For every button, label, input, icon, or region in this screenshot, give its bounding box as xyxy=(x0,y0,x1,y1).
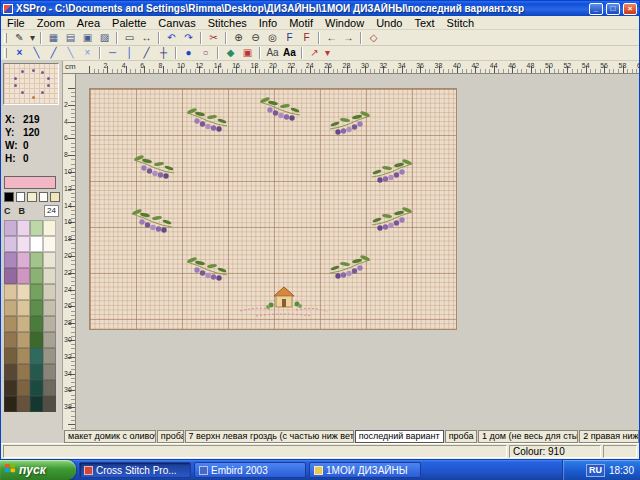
palette-color[interactable] xyxy=(4,236,17,252)
pattern-tab[interactable]: проба xyxy=(157,430,184,443)
palette-color[interactable] xyxy=(43,268,56,284)
palette-color[interactable] xyxy=(43,252,56,268)
palette-color[interactable] xyxy=(17,252,30,268)
full-stitch-button[interactable]: × xyxy=(11,46,28,60)
taskbar-task[interactable]: Embird 2003 xyxy=(194,462,306,478)
view-symbols-button[interactable]: ▤ xyxy=(62,31,79,45)
view-blocks-button[interactable]: ▣ xyxy=(79,31,96,45)
motif-olive[interactable] xyxy=(185,255,229,283)
backstitch-vertical-button[interactable]: │ xyxy=(121,46,138,60)
palette-color[interactable] xyxy=(17,396,30,412)
quick-swatch[interactable] xyxy=(50,192,60,202)
motif-olive[interactable] xyxy=(328,253,372,281)
palette-color[interactable] xyxy=(43,300,56,316)
motif-house[interactable] xyxy=(236,284,332,320)
motif-arrow-button[interactable]: ↗ xyxy=(306,46,323,60)
palette-color[interactable] xyxy=(4,300,17,316)
palette-color[interactable] xyxy=(17,284,30,300)
title-bar[interactable]: XSPro - C:\Documents and Settings\Rimma\… xyxy=(1,1,639,16)
palette-color[interactable] xyxy=(30,348,43,364)
palette-color[interactable] xyxy=(30,268,43,284)
undo-button[interactable]: ↶ xyxy=(163,31,180,45)
quick-swatch[interactable] xyxy=(27,192,37,202)
motif-olive[interactable] xyxy=(328,109,372,137)
palette-color[interactable] xyxy=(4,220,17,236)
motif-olive[interactable] xyxy=(370,157,414,185)
palette-color[interactable] xyxy=(4,332,17,348)
fit-pattern-button[interactable]: F xyxy=(281,31,298,45)
palette-color[interactable] xyxy=(30,284,43,300)
motif-olive[interactable] xyxy=(132,153,176,181)
pattern-tab[interactable]: проба 2 xyxy=(445,430,477,443)
palette-color[interactable] xyxy=(17,300,30,316)
palette-color[interactable] xyxy=(43,284,56,300)
menu-undo[interactable]: Undo xyxy=(370,17,408,29)
draw-tool-button[interactable]: ✎ xyxy=(11,31,28,45)
move-area-button[interactable]: ↔ xyxy=(138,31,155,45)
palette-color[interactable] xyxy=(4,348,17,364)
palette-color[interactable] xyxy=(4,396,17,412)
fit-window-button[interactable]: F xyxy=(298,31,315,45)
half-stitch-back-button[interactable]: ╲ xyxy=(28,46,45,60)
thread-palette-button[interactable]: ▣ xyxy=(239,46,256,60)
view-fabric-button[interactable]: ▨ xyxy=(96,31,113,45)
palette-color[interactable] xyxy=(4,284,17,300)
eraser-button[interactable]: ◇ xyxy=(365,31,382,45)
palette-color[interactable] xyxy=(17,380,30,396)
quick-swatch[interactable] xyxy=(4,192,14,202)
palette-color[interactable] xyxy=(30,332,43,348)
motif-olive[interactable] xyxy=(258,95,302,123)
palette-color[interactable] xyxy=(43,380,56,396)
scroll-left-button[interactable]: ← xyxy=(323,31,340,45)
palette-color[interactable] xyxy=(30,316,43,332)
menu-canvas[interactable]: Canvas xyxy=(152,17,201,29)
canvas-area[interactable] xyxy=(76,74,639,430)
pattern-tab[interactable]: последний вариант xyxy=(355,430,444,443)
zoom-out-button[interactable]: ⊖ xyxy=(247,31,264,45)
palette-color[interactable] xyxy=(43,348,56,364)
motif-olive[interactable] xyxy=(370,205,414,233)
palette-color[interactable] xyxy=(43,396,56,412)
selected-color-swatch[interactable] xyxy=(4,176,56,189)
three-quarter-stitch-button[interactable]: × xyxy=(79,46,96,60)
palette-color[interactable] xyxy=(4,268,17,284)
toolbar-grip[interactable] xyxy=(4,48,7,58)
menu-window[interactable]: Window xyxy=(319,17,370,29)
motif-olive[interactable] xyxy=(185,106,229,134)
menu-file[interactable]: File xyxy=(1,17,31,29)
pattern-tab[interactable]: 7 верхн левая гроздь (с частью ниж ветки… xyxy=(185,430,354,443)
color-picker-button[interactable]: ◆ xyxy=(222,46,239,60)
cut-button[interactable]: ✂ xyxy=(205,31,222,45)
minimize-button[interactable]: _ xyxy=(589,3,603,15)
pattern-canvas[interactable] xyxy=(89,88,457,330)
stitch-style-dropdown[interactable]: ▾ xyxy=(323,46,332,60)
palette-color[interactable] xyxy=(43,364,56,380)
menu-text[interactable]: Text xyxy=(408,17,440,29)
motif-olive[interactable] xyxy=(130,207,174,235)
palette-color[interactable] xyxy=(17,236,30,252)
palette-color[interactable] xyxy=(30,220,43,236)
pattern-tab[interactable]: 2 правая ниж гр. xyxy=(579,430,639,443)
menu-stitch[interactable]: Stitch xyxy=(441,17,481,29)
palette-color[interactable] xyxy=(4,380,17,396)
quick-swatch[interactable] xyxy=(16,192,26,202)
taskbar-task[interactable]: Cross Stitch Pro... xyxy=(79,462,191,478)
palette-color[interactable] xyxy=(17,364,30,380)
quarter-stitch-button[interactable]: ╲ xyxy=(62,46,79,60)
palette-color[interactable] xyxy=(4,316,17,332)
palette-color[interactable] xyxy=(17,332,30,348)
palette-color[interactable] xyxy=(4,364,17,380)
french-knot-button[interactable]: ● xyxy=(180,46,197,60)
redo-button[interactable]: ↷ xyxy=(180,31,197,45)
taskbar-task[interactable]: 1МОИ ДИЗАЙНЫ xyxy=(309,462,421,478)
backstitch-cross-button[interactable]: ┼ xyxy=(155,46,172,60)
bead-button[interactable]: ○ xyxy=(197,46,214,60)
text-large-button[interactable]: Aa xyxy=(281,46,298,60)
palette-color[interactable] xyxy=(17,316,30,332)
palette-color[interactable] xyxy=(43,332,56,348)
menu-zoom[interactable]: Zoom xyxy=(31,17,71,29)
taskbar-clock[interactable]: 18:30 xyxy=(609,465,634,476)
menu-palette[interactable]: Palette xyxy=(106,17,152,29)
language-indicator[interactable]: RU xyxy=(586,464,605,477)
quick-swatch[interactable] xyxy=(39,192,49,202)
